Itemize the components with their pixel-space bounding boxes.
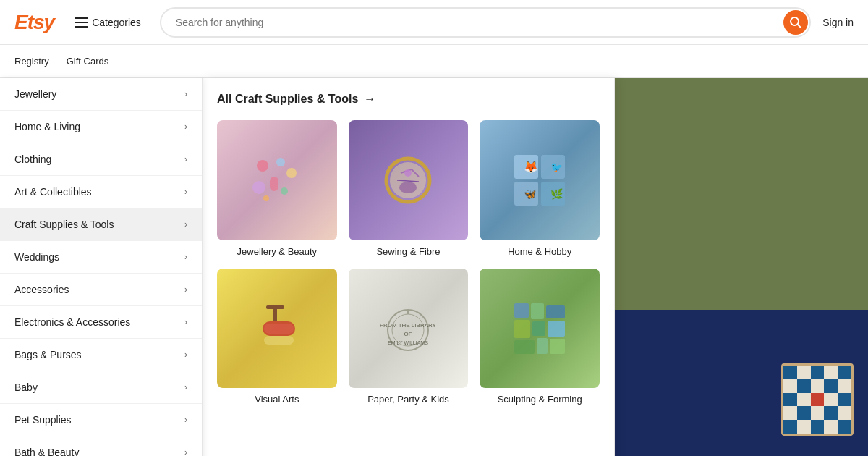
svg-point-3	[791, 17, 799, 25]
sidebar-item-electronics[interactable]: Electronics & Accessories›	[0, 306, 202, 339]
nav-gift-cards[interactable]: Gift Cards	[67, 56, 109, 67]
nav-bar: Registry Gift Cards	[0, 45, 868, 78]
checker-cell	[783, 366, 797, 379]
sidebar-item-pet-supplies[interactable]: Pet Supplies›	[0, 404, 202, 436]
svg-rect-41	[532, 321, 545, 336]
sidebar-item-bags-purses[interactable]: Bags & Purses›	[0, 339, 202, 371]
sign-in-button[interactable]: Sign in	[822, 17, 854, 28]
checker-cell	[783, 393, 797, 407]
svg-rect-45	[550, 339, 565, 354]
sidebar-item-home-living[interactable]: Home & Living›	[0, 111, 202, 143]
svg-rect-2	[75, 26, 88, 28]
svg-point-18	[404, 169, 412, 177]
category-card-jewellery-beauty[interactable]: Jewellery & Beauty	[217, 120, 337, 257]
category-card-home-hobby[interactable]: 🦊 🐦 🦋 🌿 Home & Hobby	[480, 120, 600, 257]
card-inner-paper-party-kids: FROM THE LIBRARY OF EMILY WILLIAMS	[349, 269, 469, 389]
checker-cell	[824, 393, 838, 407]
sidebar-item-craft-supplies[interactable]: Craft Supplies & Tools›	[0, 208, 202, 241]
checker-cell	[783, 379, 797, 393]
checker-cell	[811, 379, 825, 393]
hamburger-icon	[75, 17, 88, 28]
card-label-home-hobby: Home & Hobby	[480, 246, 600, 257]
svg-point-8	[252, 181, 265, 194]
checker-cell	[824, 379, 838, 393]
nav-registry[interactable]: Registry	[14, 56, 49, 67]
sidebar: Jewellery›Home & Living›Clothing›Art & C…	[0, 78, 203, 456]
checker-cell	[797, 420, 811, 434]
svg-rect-28	[264, 324, 294, 334]
category-card-sewing-fibre[interactable]: Sewing & Fibre	[349, 120, 469, 257]
sidebar-item-jewellery[interactable]: Jewellery›	[0, 78, 202, 111]
card-inner-home-hobby: 🦊 🐦 🦋 🌿	[480, 120, 600, 240]
header-links: Sign in	[822, 17, 854, 28]
chevron-right-icon: ›	[184, 415, 187, 425]
category-card-visual-arts[interactable]: Visual Arts	[217, 269, 337, 405]
checker-cell	[838, 393, 851, 407]
sidebar-item-accessories[interactable]: Accessories›	[0, 274, 202, 306]
categories-button[interactable]: Categories	[67, 11, 148, 34]
checker-cell	[838, 420, 851, 434]
sidebar-item-label: Pet Supplies	[14, 414, 72, 426]
sidebar-item-art-collectibles[interactable]: Art & Collectibles›	[0, 176, 202, 208]
sidebar-item-label: Bags & Purses	[14, 349, 82, 360]
chevron-right-icon: ›	[184, 317, 187, 327]
sidebar-item-label: Clothing	[14, 153, 51, 165]
sidebar-item-weddings[interactable]: Weddings›	[0, 241, 202, 274]
checker-cell	[811, 406, 825, 420]
sidebar-item-label: Weddings	[14, 251, 59, 263]
checker-cell	[824, 366, 838, 379]
sidebar-item-bath-beauty[interactable]: Bath & Beauty›	[0, 436, 202, 456]
category-card-sculpting-forming[interactable]: Sculpting & Forming	[480, 269, 600, 405]
sidebar-item-clothing[interactable]: Clothing›	[0, 143, 202, 176]
etsy-logo[interactable]: Etsy	[14, 11, 54, 34]
svg-point-5	[257, 160, 268, 172]
checker-cell	[797, 366, 811, 379]
svg-rect-39	[546, 305, 565, 318]
chevron-right-icon: ›	[184, 219, 187, 229]
checker-cell	[824, 406, 838, 420]
sidebar-item-baby[interactable]: Baby›	[0, 371, 202, 404]
svg-rect-30	[266, 305, 284, 309]
sidebar-item-label: Accessories	[14, 284, 69, 295]
svg-text:EMILY WILLIAMS: EMILY WILLIAMS	[388, 340, 429, 345]
card-image-visual-arts	[217, 269, 337, 389]
card-inner-visual-arts	[217, 269, 337, 389]
chevron-right-icon: ›	[184, 89, 187, 99]
chevron-right-icon: ›	[184, 187, 187, 197]
category-card-paper-party-kids[interactable]: FROM THE LIBRARY OF EMILY WILLIAMS Paper…	[349, 269, 469, 405]
chevron-right-icon: ›	[184, 284, 187, 295]
search-button[interactable]	[783, 10, 808, 35]
svg-rect-40	[514, 320, 530, 338]
svg-rect-43	[514, 340, 535, 354]
chevron-right-icon: ›	[184, 382, 187, 392]
sidebar-item-label: Electronics & Accessories	[14, 316, 130, 328]
svg-point-14	[399, 182, 417, 193]
svg-rect-31	[264, 336, 294, 345]
checker-cell	[838, 406, 851, 420]
card-image-jewellery-beauty	[217, 120, 337, 240]
checker-cell	[811, 420, 825, 434]
checker-cell	[797, 393, 811, 407]
svg-rect-1	[75, 22, 88, 23]
card-label-visual-arts: Visual Arts	[217, 394, 337, 405]
dropdown-title[interactable]: All Craft Supplies & Tools	[217, 93, 358, 106]
sidebar-item-label: Jewellery	[14, 88, 56, 100]
checker-cell	[838, 379, 851, 393]
card-label-sewing-fibre: Sewing & Fibre	[349, 246, 469, 257]
chevron-right-icon: ›	[184, 252, 187, 262]
card-label-paper-party-kids: Paper, Party & Kids	[349, 394, 469, 405]
svg-point-7	[286, 168, 297, 178]
dropdown-arrow: →	[364, 93, 375, 106]
svg-text:OF: OF	[404, 331, 412, 337]
svg-point-6	[276, 158, 285, 166]
checkerboard-art	[781, 363, 854, 436]
svg-text:🦊: 🦊	[524, 160, 538, 174]
dropdown-panel: All Craft Supplies & Tools → Jewellery &…	[203, 78, 615, 456]
checker-cell	[783, 406, 797, 420]
card-image-sculpting-forming	[480, 269, 600, 389]
sidebar-item-label: Home & Living	[14, 121, 80, 132]
svg-line-4	[798, 24, 801, 28]
search-input[interactable]	[160, 7, 811, 38]
svg-rect-0	[75, 17, 88, 19]
sidebar-item-label: Craft Supplies & Tools	[14, 219, 114, 230]
